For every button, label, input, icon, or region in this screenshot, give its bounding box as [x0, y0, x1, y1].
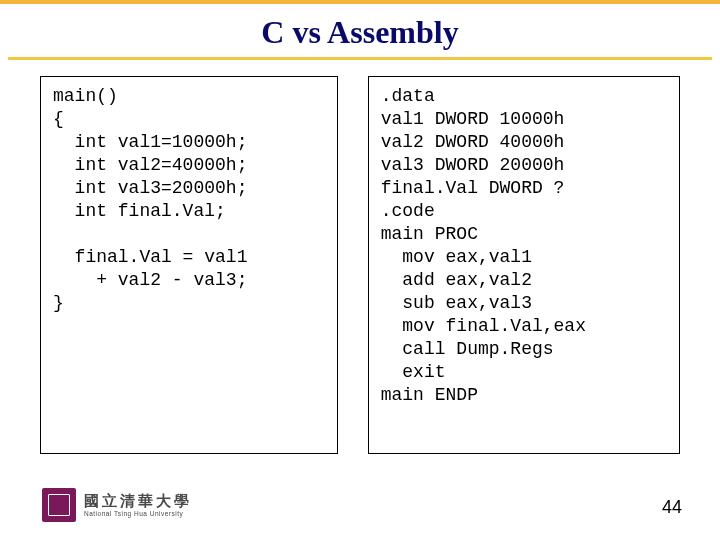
slide-title: C vs Assembly: [0, 14, 720, 51]
top-rule: [0, 0, 720, 4]
assembly-code-box: .data val1 DWORD 10000h val2 DWORD 40000…: [368, 76, 680, 454]
code-panels: main() { int val1=10000h; int val2=40000…: [0, 76, 720, 454]
page-number: 44: [662, 497, 682, 518]
footer-logo-block: 國立清華大學 National Tsing Hua University: [42, 488, 192, 522]
university-text: 國立清華大學 National Tsing Hua University: [84, 493, 192, 518]
c-code-box: main() { int val1=10000h; int val2=40000…: [40, 76, 338, 454]
title-underline: [8, 57, 712, 60]
university-name-zh: 國立清華大學: [84, 493, 192, 508]
university-logo-icon: [42, 488, 76, 522]
university-name-en: National Tsing Hua University: [84, 510, 192, 518]
